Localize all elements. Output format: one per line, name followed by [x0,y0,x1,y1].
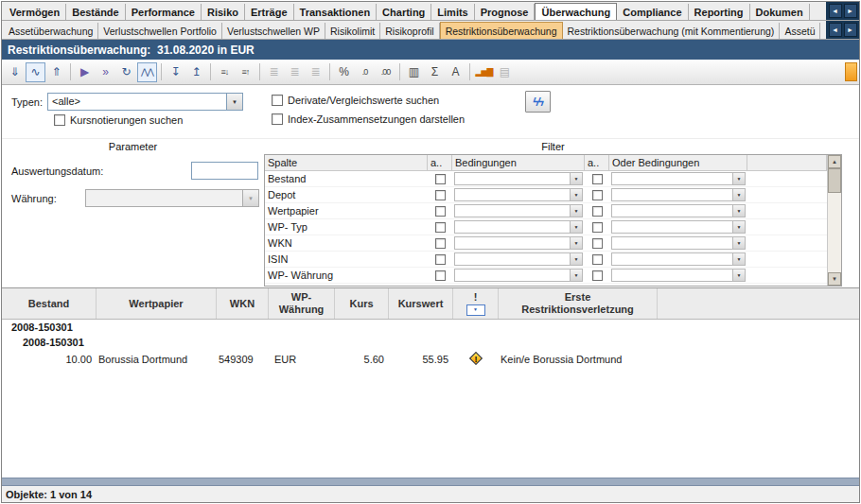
condition-combobox[interactable]: ▼ [454,220,583,234]
tab-scroll-left-icon[interactable]: ◄ [829,23,842,37]
condition-combobox[interactable]: ▼ [454,188,583,201]
import-data-icon[interactable]: ⇓ [5,62,25,82]
filter-and-checkbox[interactable] [435,222,446,233]
or-condition-combobox[interactable]: ▼ [611,220,746,234]
scroll-up-icon[interactable]: ▲ [828,155,841,168]
group-row[interactable]: 2008-150301 [2,320,859,335]
chevron-down-icon[interactable]: ▼ [570,189,582,200]
subtab-restriktionsueberwachung[interactable]: Restriktionsüberwachung [440,22,563,40]
group-row[interactable]: 2008-150301 [2,335,859,350]
scroll-track[interactable] [828,193,841,272]
tab-vermoegen[interactable]: Vermögen [4,4,66,20]
chevron-down-icon[interactable]: ▼ [732,189,745,200]
report-icon[interactable]: ▤ [495,62,515,82]
condition-combobox[interactable]: ▼ [454,204,583,217]
condition-combobox[interactable]: ▼ [454,252,583,266]
column-header-kurs[interactable]: Kurs [335,288,389,319]
chevron-down-icon[interactable]: ▼ [226,94,242,110]
subtab-risikolimit[interactable]: Risikolimit [325,23,380,39]
chevron-down-icon[interactable]: ▼ [732,237,745,249]
execute-search-button[interactable]: ϟϟ [525,91,551,113]
derivate-checkbox[interactable] [272,95,283,106]
tab-scroll-right-icon[interactable]: ► [844,4,857,18]
subtab-verlustschwellen-wp[interactable]: Verlustschwellen WP [222,23,325,39]
tab-ertraege[interactable]: Erträge [245,4,294,20]
bar-chart-icon[interactable]: ▂▅▇ [474,62,494,82]
filter-or-checkbox[interactable] [592,174,603,184]
waehrung-combobox[interactable]: ▼ [85,189,259,207]
or-condition-combobox[interactable]: ▼ [611,252,746,266]
subtab-restriktionsueberwachung-kommentierung[interactable]: Restriktionsüberwachung (mit Kommentieru… [563,23,781,39]
tab-limits[interactable]: Limits [431,4,474,20]
subtab-verlustschwellen-portfolio[interactable]: Verlustschwellen Portfolio [98,23,222,39]
decimal-decrease-icon[interactable]: .00 [376,62,395,82]
filter-and-checkbox[interactable] [435,190,446,200]
chevron-down-icon[interactable]: ▼ [732,221,745,233]
tab-ueberwachung[interactable]: Überwachung [535,3,617,21]
refresh-icon[interactable]: ↻ [116,62,136,82]
filter-or-checkbox[interactable] [592,222,603,233]
chevron-down-icon[interactable]: ▼ [570,205,582,217]
condition-combobox[interactable]: ▼ [454,269,583,282]
tab-reporting[interactable]: Reporting [689,4,750,20]
subtab-risikoprofil[interactable]: Risikoprofil [380,23,439,39]
font-icon[interactable]: A [446,62,466,82]
chevron-down-icon[interactable]: ▼ [570,173,582,184]
filter-scrollbar[interactable]: ▲ ▼ [827,155,841,286]
align-right-icon[interactable]: ≣ [306,62,325,82]
horizontal-splitter[interactable] [2,478,859,486]
or-condition-combobox[interactable]: ▼ [611,172,746,185]
filter-and-checkbox[interactable] [435,238,446,249]
decimal-increase-icon[interactable]: .0 [355,62,375,82]
filter-and-checkbox[interactable] [435,174,446,184]
tab-risiko[interactable]: Risiko [202,4,245,20]
subtab-assetueberwachung-2[interactable]: Assetü [780,23,820,39]
column-header-kurswert[interactable]: Kurswert [389,288,453,319]
column-header-wp-waehrung[interactable]: WP- Währung [269,288,335,319]
column-header-wkn[interactable]: WKN [217,288,269,319]
chevron-down-icon[interactable]: ▼ [732,269,745,281]
filter-and-checkbox[interactable] [435,270,446,281]
chevron-down-icon[interactable]: ▼ [732,205,745,217]
filter-or-checkbox[interactable] [592,238,603,249]
index-checkbox[interactable] [272,113,283,125]
chevron-down-icon[interactable]: ▼ [570,221,582,233]
condition-combobox[interactable]: ▼ [454,236,583,250]
align-left-icon[interactable]: ≣ [264,62,284,82]
kursnotierungen-checkbox[interactable] [54,114,65,126]
subtab-assetueberwachung[interactable]: Assetüberwachung [4,23,98,39]
or-condition-combobox[interactable]: ▼ [611,204,746,217]
filter-and-checkbox[interactable] [435,254,446,265]
filter-or-checkbox[interactable] [592,190,603,200]
tab-transaktionen[interactable]: Transaktionen [294,4,378,20]
tab-scroll-right-icon[interactable]: ► [844,23,857,37]
scroll-down-icon[interactable]: ▼ [828,272,841,286]
tab-dokumente[interactable]: Dokumen [750,4,810,20]
columns-icon[interactable]: ▥ [404,62,424,82]
column-header-bestand[interactable]: Bestand [2,288,97,319]
filter-or-checkbox[interactable] [592,254,603,265]
or-condition-combobox[interactable]: ▼ [611,269,746,282]
result-row[interactable]: 10.00 Borussia Dortmund 549309 EUR 5.60 … [2,350,859,368]
sum-icon[interactable]: Σ [425,62,445,82]
condition-combobox[interactable]: ▼ [454,172,583,185]
chevron-down-icon[interactable]: ▼ [570,269,582,281]
or-condition-combobox[interactable]: ▼ [611,188,746,201]
chevron-down-icon[interactable]: ▼ [570,253,582,265]
tab-bestaende[interactable]: Bestände [66,4,126,20]
toolbar-overflow-button[interactable] [845,62,857,81]
peaks-filter-icon[interactable]: ⋀⋀ [137,62,157,82]
tab-charting[interactable]: Charting [377,4,431,20]
filter-and-checkbox[interactable] [435,206,446,217]
scroll-thumb[interactable] [828,168,841,193]
chevron-down-icon[interactable]: ▼ [570,237,582,249]
chevron-down-icon[interactable]: ▼ [242,190,258,206]
sort-descending-icon[interactable]: ≡↑ [236,62,255,82]
column-header-wertpapier[interactable]: Wertpapier [97,288,217,319]
align-center-icon[interactable]: ≣ [285,62,305,82]
tab-performance[interactable]: Performance [126,4,202,20]
step-forward-icon[interactable]: ▶ [75,62,95,82]
move-down-icon[interactable]: ↧ [166,62,185,82]
percent-format-icon[interactable]: % [334,62,354,82]
chart-view-icon[interactable]: ∿ [26,62,45,82]
